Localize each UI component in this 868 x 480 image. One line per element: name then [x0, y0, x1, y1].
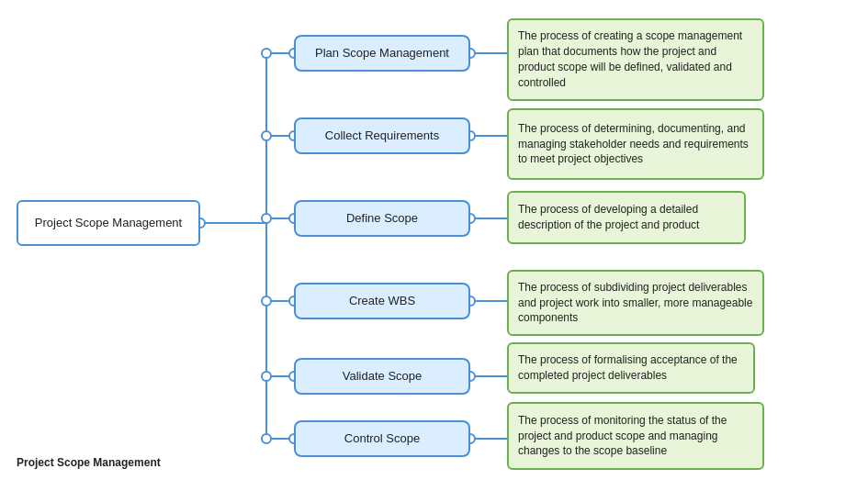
- process-node-3: Define Scope: [294, 200, 470, 237]
- process-node-2: Collect Requirements: [294, 117, 470, 154]
- svg-point-15: [262, 372, 271, 381]
- desc-node-4: The process of subdividing project deliv…: [507, 270, 764, 336]
- bottom-label: Project Scope Management: [17, 456, 161, 469]
- process-label-6: Control Scope: [344, 431, 420, 447]
- process-node-1: Plan Scope Management: [294, 35, 470, 72]
- desc-node-3: The process of developing a detailed des…: [507, 191, 746, 244]
- process-label-3: Define Scope: [346, 211, 418, 227]
- desc-text-2: The process of determining, documenting,…: [518, 121, 753, 167]
- root-node: Project Scope Management: [17, 200, 200, 246]
- svg-point-6: [262, 131, 271, 140]
- diagram-container: Project Scope Management Plan Scope Mana…: [0, 0, 868, 480]
- root-label: Project Scope Management: [35, 216, 182, 231]
- desc-text-6: The process of monitoring the status of …: [518, 413, 753, 459]
- desc-text-1: The process of creating a scope manageme…: [518, 28, 753, 90]
- process-node-4: Create WBS: [294, 283, 470, 319]
- desc-text-5: The process of formalising acceptance of…: [518, 352, 744, 384]
- svg-point-3: [262, 49, 271, 58]
- desc-text-4: The process of subdividing project deliv…: [518, 280, 753, 326]
- process-node-6: Control Scope: [294, 420, 470, 457]
- process-label-1: Plan Scope Management: [315, 46, 449, 61]
- desc-node-5: The process of formalising acceptance of…: [507, 342, 755, 394]
- process-label-2: Collect Requirements: [325, 128, 439, 144]
- process-label-4: Create WBS: [349, 294, 415, 309]
- svg-point-9: [262, 214, 271, 223]
- process-label-5: Validate Scope: [343, 369, 423, 385]
- svg-point-12: [262, 296, 271, 306]
- desc-text-3: The process of developing a detailed des…: [518, 202, 735, 233]
- svg-point-18: [262, 434, 271, 443]
- desc-node-6: The process of monitoring the status of …: [507, 402, 764, 470]
- desc-node-2: The process of determining, documenting,…: [507, 108, 764, 180]
- desc-node-1: The process of creating a scope manageme…: [507, 18, 764, 101]
- process-node-5: Validate Scope: [294, 358, 470, 395]
